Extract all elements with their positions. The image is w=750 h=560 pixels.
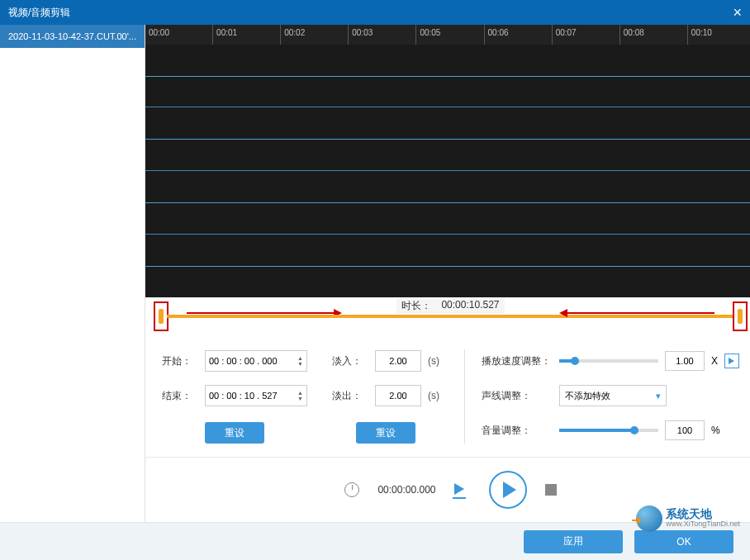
ruler-tick: 00:07	[553, 25, 620, 45]
ruler-tick: 00:06	[485, 25, 553, 45]
reset-fade-button[interactable]: 重设	[356, 422, 415, 444]
fade-unit: (s)	[428, 390, 439, 401]
apply-button[interactable]: 应用	[524, 530, 623, 553]
fadein-label: 淡入：	[332, 354, 368, 368]
ruler-tick: 00:05	[416, 25, 484, 45]
title-bar: 视频/音频剪辑 ×	[0, 0, 750, 25]
time-column: 开始： 00 : 00 : 00 . 000 ▲▼ 结束： 00 : 00 : …	[162, 349, 307, 444]
speed-label: 播放速度调整：	[482, 354, 553, 368]
volume-slider[interactable]	[559, 429, 658, 432]
set-marker-button[interactable]	[454, 483, 471, 496]
ruler-tick: 00:08	[620, 25, 688, 45]
reset-time-button[interactable]: 重设	[205, 422, 264, 444]
clock-icon	[344, 482, 359, 497]
annotation-arrow-left	[187, 312, 335, 314]
wave-track	[145, 235, 750, 297]
ok-button[interactable]: OK	[634, 530, 733, 553]
spinner-icon[interactable]: ▲▼	[297, 390, 303, 401]
speed-x: X	[711, 355, 718, 367]
stop-button[interactable]	[545, 484, 557, 496]
wave-track	[145, 45, 750, 108]
selection-end-handle[interactable]	[733, 301, 748, 331]
window-title: 视频/音频剪辑	[8, 6, 70, 20]
wave-track	[145, 107, 750, 171]
close-icon[interactable]: ×	[733, 4, 742, 21]
controls-grid: 开始： 00 : 00 : 00 . 000 ▲▼ 结束： 00 : 00 : …	[145, 336, 750, 450]
volume-label: 音量调整：	[482, 424, 553, 438]
voice-dropdown[interactable]: 不添加特效 ▾	[559, 385, 667, 406]
preview-speed-icon[interactable]	[724, 354, 739, 368]
speed-value[interactable]: 1.00	[665, 351, 705, 371]
fade-unit: (s)	[428, 355, 439, 367]
chevron-down-icon: ▾	[656, 391, 661, 401]
adjust-column: 播放速度调整： 1.00 X 声线调整： 不添加特效 ▾ 音量调整：	[464, 349, 739, 444]
fade-column: 淡入： (s) 淡出： (s) 重设	[332, 349, 439, 444]
annotation-arrow-right	[566, 312, 714, 314]
editor-panel: 00:00 00:01 00:02 00:03 00:05 00:06 00:0…	[145, 25, 750, 522]
main-area: 2020-11-03-10-42-37.CUT.00'... 00:00 00:…	[0, 25, 750, 522]
ruler-tick: 00:10	[688, 25, 750, 45]
playback-time: 00:00:00.000	[377, 484, 435, 496]
end-label: 结束：	[162, 389, 198, 403]
globe-icon	[636, 505, 662, 532]
fadeout-label: 淡出：	[332, 389, 368, 403]
volume-value[interactable]: 100	[665, 420, 705, 440]
file-sidebar: 2020-11-03-10-42-37.CUT.00'...	[0, 25, 145, 522]
duration-display: 时长： 00:00:10.527	[396, 299, 504, 313]
selection-track[interactable]	[167, 315, 734, 318]
speed-slider[interactable]	[559, 359, 658, 363]
play-button[interactable]	[489, 471, 527, 509]
ruler-tick: 00:03	[349, 25, 416, 45]
waveform-area[interactable]	[145, 45, 750, 297]
end-time-input[interactable]: 00 : 00 : 10 . 527 ▲▼	[205, 385, 307, 406]
start-label: 开始：	[162, 354, 198, 368]
wave-track	[145, 171, 750, 235]
start-time-input[interactable]: 00 : 00 : 00 . 000 ▲▼	[205, 350, 307, 372]
time-ruler[interactable]: 00:00 00:01 00:02 00:03 00:05 00:06 00:0…	[145, 25, 750, 45]
ruler-tick: 00:00	[145, 25, 213, 45]
voice-label: 声线调整：	[482, 389, 553, 403]
watermark: 系统天地 www.XiTongTianDi.net	[636, 505, 740, 532]
file-item[interactable]: 2020-11-03-10-42-37.CUT.00'...	[0, 25, 145, 48]
fadeout-input[interactable]	[375, 385, 421, 406]
fadein-input[interactable]	[375, 350, 421, 372]
selection-row: 时长： 00:00:10.527	[145, 297, 750, 336]
spinner-icon[interactable]: ▲▼	[297, 355, 303, 367]
volume-pct: %	[711, 425, 720, 436]
ruler-tick: 00:01	[213, 25, 281, 45]
ruler-tick: 00:02	[281, 25, 349, 45]
